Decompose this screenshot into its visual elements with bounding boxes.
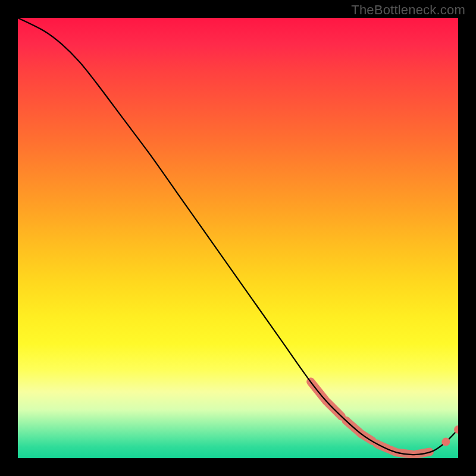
chart-svg bbox=[18, 18, 458, 458]
highlight-layer bbox=[311, 381, 430, 454]
watermark-text: TheBottleneck.com bbox=[351, 2, 465, 18]
points-layer bbox=[441, 425, 458, 446]
heatmap-background bbox=[18, 18, 458, 458]
main-curve-line bbox=[18, 18, 458, 455]
highlight-point bbox=[441, 438, 450, 446]
